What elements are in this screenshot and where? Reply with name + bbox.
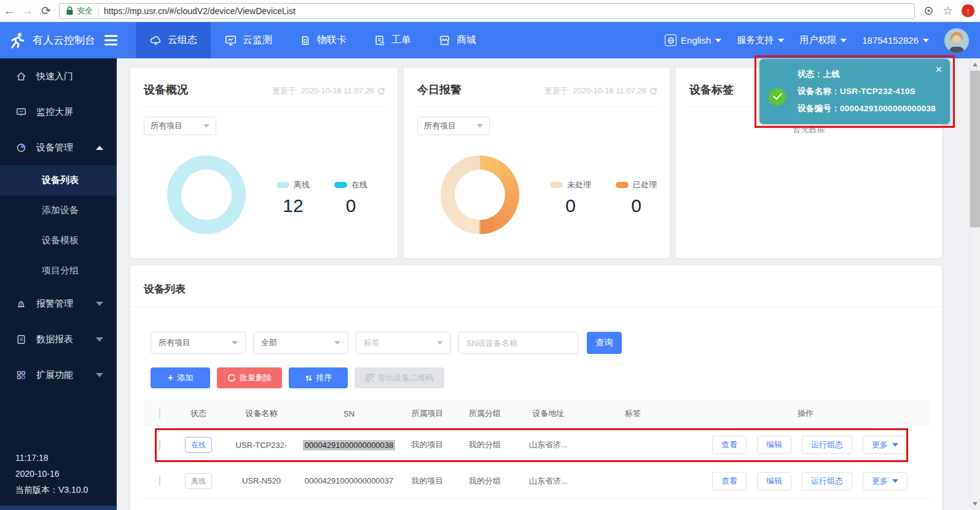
legend-item-online: 在线 0 — [334, 179, 367, 216]
avatar[interactable] — [944, 28, 969, 53]
column-sn: SN — [300, 409, 398, 418]
toast-status-line: 状态：上线 — [798, 69, 936, 80]
service-support-menu[interactable]: 服务支持 — [737, 34, 784, 46]
select-placeholder: 标签 — [364, 337, 380, 348]
plus-icon — [168, 372, 173, 383]
more-button[interactable]: 更多 — [863, 472, 907, 490]
legend-value: 0 — [346, 195, 356, 216]
tab-label: 云组态 — [168, 34, 197, 47]
card-title: 设备标签 — [689, 82, 734, 97]
device-status-donut-chart — [167, 155, 246, 234]
reading-target-icon[interactable] — [923, 6, 934, 16]
forward-button[interactable]: → — [18, 4, 37, 18]
work-order-icon — [374, 34, 386, 47]
nav-right: English 服务支持 用户权限 18754152826 — [665, 28, 969, 53]
legend-label: 已处理 — [633, 179, 657, 190]
sidebar-subitem-add-device[interactable]: 添加设备 — [0, 195, 117, 226]
scroll-up-arrow[interactable] — [973, 63, 978, 66]
scroll-down-arrow[interactable] — [973, 502, 978, 506]
refresh-icon[interactable] — [649, 87, 657, 95]
row-actions: 查看 编辑 运行组态 更多 — [712, 436, 929, 454]
sidebar-subitem-device-template[interactable]: 设备模板 — [0, 226, 117, 256]
more-button[interactable]: 更多 — [863, 436, 907, 454]
sort-button[interactable]: 排序 — [289, 367, 348, 388]
bookmark-star-icon[interactable]: ☆ — [943, 4, 953, 18]
export-qr-button[interactable]: 导出设备二维码 — [355, 367, 444, 388]
chevron-down-icon — [96, 373, 103, 377]
run-scada-button[interactable]: 运行组态 — [802, 436, 852, 454]
add-device-button[interactable]: 添加 — [151, 367, 210, 388]
sidebar-item-label: 监控大屏 — [36, 106, 73, 118]
legend-value: 12 — [283, 195, 303, 216]
address-bar[interactable]: 安全 https://mp.usr.cn/#/cloudV2/device/Vi… — [59, 3, 915, 19]
sidebar-subitem-project-group[interactable]: 项目分组 — [0, 256, 117, 286]
sidebar-item-extensions[interactable]: 扩展功能 — [0, 357, 117, 393]
sidebar-item-alarm-management[interactable]: 报警管理 — [0, 286, 117, 321]
url-text[interactable]: https://mp.usr.cn/#/cloudV2/device/ViewD… — [104, 6, 296, 16]
batch-delete-button[interactable]: 批量删除 — [217, 367, 282, 388]
current-time: 11:17:18 — [15, 450, 88, 466]
search-input[interactable] — [466, 339, 570, 348]
row-checkbox[interactable] — [159, 476, 160, 486]
page-scrollbar[interactable] — [970, 58, 980, 510]
sidebar: 快速入门 监控大屏 设备管理 设备列表 添加设备 设备模板 项目分组 报警管理 — [0, 58, 117, 510]
browser-update-icon[interactable]: ↑ — [962, 4, 974, 17]
sidebar-item-device-management[interactable]: 设备管理 — [0, 130, 117, 165]
project-filter-select[interactable]: 所有项目 — [144, 117, 216, 135]
legend-swatch — [550, 182, 563, 188]
edit-button[interactable]: 编辑 — [757, 436, 791, 454]
alarm-status-donut-chart — [441, 155, 519, 234]
status-badge[interactable]: 离线 — [185, 473, 212, 489]
sidebar-item-monitor-screen[interactable]: 监控大屏 — [0, 94, 117, 130]
run-scada-button[interactable]: 运行组态 — [802, 472, 852, 490]
hamburger-menu-icon[interactable] — [104, 33, 117, 48]
tab-mall[interactable]: 商城 — [425, 22, 490, 58]
chevron-down-icon — [841, 39, 847, 42]
tab-label: 商城 — [457, 34, 476, 47]
reload-button[interactable]: ⟳ — [37, 4, 55, 18]
tag-filter-select[interactable]: 标签 — [356, 332, 451, 354]
current-date: 2020-10-16 — [15, 466, 88, 482]
sidebar-subitem-device-list[interactable]: 设备列表 — [0, 165, 117, 195]
device-name: USR-TCP232- — [223, 441, 300, 450]
device-list-panel: 设备列表 所有项目 全部 标签 查询 添加 批量删除 排序 导出设备二维码 — [130, 265, 942, 510]
updated-text: 更新于: 2020-10-16 11:07:26 — [272, 85, 374, 96]
sidebar-item-quick-start[interactable]: 快速入门 — [0, 58, 117, 94]
tab-cloud-scada[interactable]: 云组态 — [136, 22, 211, 58]
refresh-c-icon — [227, 374, 236, 382]
view-button[interactable]: 查看 — [712, 436, 747, 454]
success-check-icon — [769, 88, 786, 106]
chevron-down-icon — [232, 341, 238, 345]
today-alarm-card: 今日报警 更新于: 2020-10-16 11:07:26 所有项目 未处理 0… — [404, 68, 670, 258]
usr-logo-icon[interactable] — [8, 31, 26, 50]
cloud-icon — [149, 34, 162, 47]
chevron-up-icon — [96, 146, 103, 150]
status-filter-select[interactable]: 全部 — [253, 332, 348, 354]
tab-cloud-monitor[interactable]: 云监测 — [211, 22, 286, 58]
user-permission-menu[interactable]: 用户权限 — [799, 34, 847, 46]
column-actions: 操作 — [682, 408, 929, 419]
account-menu[interactable]: 18754152826 — [862, 35, 929, 45]
view-button[interactable]: 查看 — [712, 472, 747, 490]
language-selector[interactable]: English — [665, 34, 721, 46]
edit-button[interactable]: 编辑 — [757, 472, 791, 490]
close-icon[interactable]: × — [935, 63, 942, 76]
query-button[interactable]: 查询 — [587, 332, 622, 354]
select-all-checkbox[interactable] — [159, 409, 160, 419]
device-online-toast: 状态：上线 设备名称：USR-TCP232-410S 设备编号：00004291… — [759, 59, 950, 124]
tab-work-order[interactable]: 工单 — [360, 22, 425, 58]
panel-title: 设备列表 — [130, 265, 942, 296]
search-input-wrap — [458, 332, 578, 354]
tab-iot-sim[interactable]: 物联卡 — [286, 22, 360, 58]
row-checkbox[interactable] — [159, 440, 160, 450]
url-separator — [98, 6, 98, 16]
sidebar-item-data-report[interactable]: 数据报表 — [0, 321, 117, 357]
project-filter-select[interactable]: 所有项目 — [417, 117, 490, 135]
scrollbar-thumb[interactable] — [970, 71, 980, 227]
chevron-down-icon — [334, 341, 340, 345]
status-badge[interactable]: 在线 — [185, 437, 212, 453]
toast-device-id-line: 设备编号：00004291000000000038 — [798, 103, 936, 114]
refresh-icon[interactable] — [377, 87, 385, 95]
back-button[interactable]: ← — [0, 4, 18, 18]
project-filter-select[interactable]: 所有项目 — [151, 332, 246, 354]
